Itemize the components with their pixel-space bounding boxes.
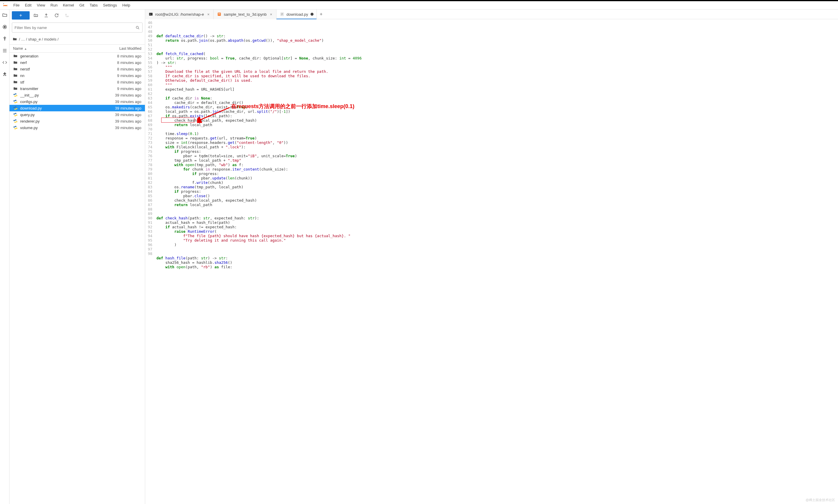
menu-edit[interactable]: Edit — [22, 2, 34, 8]
code-editor[interactable]: 4647484950515253545556575859606162636465… — [145, 19, 838, 504]
menu-file[interactable]: File — [11, 2, 22, 8]
menu-git[interactable]: Git — [77, 2, 87, 8]
file-row[interactable]: configs.py39 minutes ago — [10, 98, 145, 105]
file-row[interactable]: generation8 minutes ago — [10, 53, 145, 59]
svg-point-11 — [136, 26, 139, 29]
file-modified: 9 minutes ago — [117, 73, 141, 78]
tab-icon: >_ — [149, 12, 153, 16]
file-name: query.py — [20, 112, 115, 117]
new-folder-button[interactable] — [32, 11, 40, 20]
close-icon[interactable]: × — [269, 12, 273, 16]
python-file-icon — [13, 93, 18, 97]
column-modified[interactable]: Last Modified — [119, 47, 141, 51]
file-row[interactable]: query.py39 minutes ago — [10, 111, 145, 118]
running-icon[interactable] — [2, 24, 7, 30]
tab-icon — [280, 12, 284, 16]
column-name[interactable]: Name — [13, 47, 23, 51]
filter-files-input[interactable] — [15, 25, 136, 30]
menu-help[interactable]: Help — [120, 2, 133, 8]
file-row[interactable]: volume.py39 minutes ago — [10, 124, 145, 131]
jupyter-logo — [2, 2, 8, 8]
file-modified: 8 minutes ago — [117, 80, 141, 84]
menu-view[interactable]: View — [34, 2, 48, 8]
extension-icon[interactable] — [2, 72, 7, 77]
file-name: renderer.py — [20, 119, 115, 124]
folder-icon — [13, 67, 18, 71]
file-modified: 39 minutes ago — [115, 112, 141, 117]
watermark: @稀土掘金技术社区 — [806, 498, 835, 502]
file-name: transmitter — [20, 87, 117, 91]
tab-icon — [217, 12, 221, 16]
svg-point-10 — [68, 16, 68, 17]
file-name: __init__.py — [20, 93, 115, 97]
breadcrumb[interactable]: / … / shap_e / models / — [10, 35, 145, 44]
file-modified: 39 minutes ago — [115, 106, 141, 110]
code-icon[interactable] — [2, 60, 7, 65]
python-file-icon — [13, 99, 18, 104]
menu-settings[interactable]: Settings — [101, 2, 120, 8]
file-row[interactable]: transmitter9 minutes ago — [10, 85, 145, 92]
filter-files-input-wrap — [12, 22, 142, 33]
tab-label: sample_text_to_3d.ipynb — [224, 12, 267, 17]
upload-button[interactable] — [42, 11, 50, 20]
file-name: nn — [20, 73, 117, 78]
file-modified: 9 minutes ago — [117, 87, 141, 91]
file-row[interactable]: __init__.py39 minutes ago — [10, 92, 145, 98]
tab-bar: >_root@w2rLIG: /home/shap-e×sample_text_… — [145, 10, 838, 19]
file-modified: 39 minutes ago — [115, 93, 141, 97]
file-name: download.py — [20, 106, 115, 110]
file-row[interactable]: nerf8 minutes ago — [10, 59, 145, 66]
activity-bar — [0, 10, 10, 504]
file-name: generation — [20, 54, 117, 58]
file-name: nerstf — [20, 67, 117, 71]
file-modified: 39 minutes ago — [115, 100, 141, 104]
menu-run[interactable]: Run — [48, 2, 60, 8]
file-modified: 8 minutes ago — [117, 67, 141, 71]
new-launcher-button[interactable]: + — [12, 11, 30, 20]
tab[interactable]: sample_text_to_3d.ipynb× — [214, 10, 277, 19]
folder-icon[interactable] — [2, 13, 7, 18]
file-list-header: Name ▲ Last Modified — [10, 44, 145, 53]
git-tool-button[interactable] — [63, 11, 71, 20]
file-modified: 39 minutes ago — [115, 119, 141, 124]
python-file-icon — [13, 119, 18, 124]
git-icon[interactable] — [2, 36, 7, 41]
tab-label: download.py — [286, 12, 308, 17]
tab[interactable]: >_root@w2rLIG: /home/shap-e× — [145, 10, 214, 19]
file-name: volume.py — [20, 126, 115, 130]
file-row[interactable]: download.py39 minutes ago — [10, 105, 145, 111]
python-file-icon — [13, 106, 18, 110]
file-row[interactable]: stf8 minutes ago — [10, 79, 145, 85]
menubar: FileEditViewRunKernelGitTabsSettingsHelp — [0, 1, 838, 10]
search-icon — [136, 25, 140, 30]
file-row[interactable]: nerstf8 minutes ago — [10, 66, 145, 72]
file-row[interactable]: nn9 minutes ago — [10, 72, 145, 79]
tab[interactable]: download.py — [277, 10, 317, 19]
file-modified: 39 minutes ago — [115, 126, 141, 130]
refresh-button[interactable] — [52, 11, 61, 20]
folder-icon — [13, 86, 18, 91]
svg-line-12 — [138, 28, 139, 29]
folder-icon — [13, 60, 18, 65]
menu-tabs[interactable]: Tabs — [87, 2, 100, 8]
folder-icon — [13, 73, 18, 78]
unsaved-dot-icon — [311, 13, 314, 16]
file-name: configs.py — [20, 100, 115, 104]
new-tab-button[interactable]: + — [317, 12, 326, 17]
close-icon[interactable]: × — [206, 12, 210, 16]
file-modified: 8 minutes ago — [117, 60, 141, 65]
file-name: nerf — [20, 60, 117, 65]
python-file-icon — [13, 112, 18, 117]
file-toolbar: + — [10, 10, 145, 21]
menu-kernel[interactable]: Kernel — [60, 2, 77, 8]
svg-point-0 — [3, 3, 4, 4]
svg-text:>_: >_ — [150, 13, 152, 15]
python-file-icon — [13, 125, 18, 130]
line-gutter: 4647484950515253545556575859606162636465… — [145, 19, 155, 504]
toc-icon[interactable] — [2, 48, 7, 53]
file-browser-panel: + / … / shap_e / models / Name — [10, 10, 145, 504]
file-modified: 8 minutes ago — [117, 54, 141, 58]
file-row[interactable]: renderer.py39 minutes ago — [10, 118, 145, 124]
editor-pane: >_root@w2rLIG: /home/shap-e×sample_text_… — [145, 10, 838, 504]
code-content[interactable]: def default_cache_dir() -> str: return o… — [155, 19, 362, 504]
